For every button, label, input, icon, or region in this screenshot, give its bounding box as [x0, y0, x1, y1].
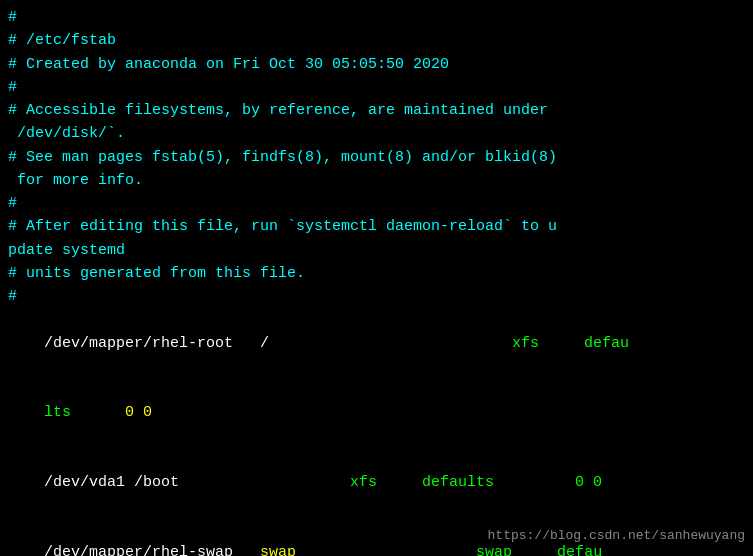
- line-3: # Created by anaconda on Fri Oct 30 05:0…: [8, 53, 745, 76]
- line-8: # After editing this file, run `systemct…: [8, 215, 745, 238]
- line-1: #: [8, 6, 745, 29]
- line-6b: for more info.: [8, 169, 745, 192]
- line-7: #: [8, 192, 745, 215]
- line-2: # /etc/fstab: [8, 29, 745, 52]
- line-10: #: [8, 285, 745, 308]
- line-4: #: [8, 76, 745, 99]
- line-11b: lts 0 0: [8, 378, 745, 448]
- line-11: /dev/mapper/rhel-root / xfs defau: [8, 308, 745, 378]
- watermark: https://blog.csdn.net/sanhewuyang: [488, 526, 745, 546]
- terminal: # # /etc/fstab # Created by anaconda on …: [0, 0, 753, 556]
- line-12: /dev/vda1 /boot xfs defaults 0 0: [8, 448, 745, 518]
- line-6: # See man pages fstab(5), findfs(8), mou…: [8, 146, 745, 169]
- line-9: # units generated from this file.: [8, 262, 745, 285]
- line-8b: pdate systemd: [8, 239, 745, 262]
- line-5: # Accessible filesystems, by reference, …: [8, 99, 745, 122]
- line-5b: /dev/disk/`.: [8, 122, 745, 145]
